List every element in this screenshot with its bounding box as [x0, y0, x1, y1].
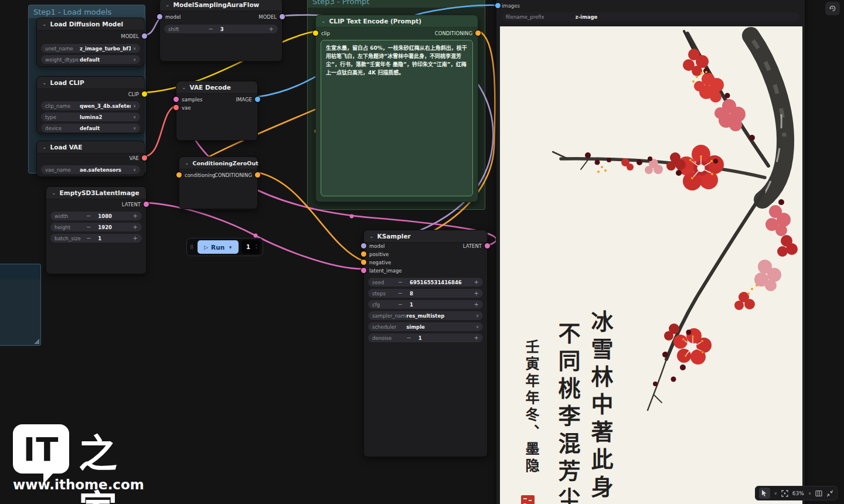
chevron-down-icon[interactable]: ∨ [133, 104, 136, 108]
node-header[interactable]: ⌄ KSampler [364, 230, 487, 243]
increment-icon[interactable]: + [474, 280, 479, 285]
widget-seed[interactable]: seed − 695165531416846 + [368, 278, 483, 287]
node-vae-decode[interactable]: ⌄ VAE Decode samples vae IMAGE [176, 81, 258, 141]
collapse-chevron-icon[interactable]: ⌄ [42, 80, 47, 86]
input-dot-latent-image[interactable] [361, 268, 366, 273]
widget-denoise[interactable]: denoise − 1 + [368, 333, 483, 342]
decrement-icon[interactable]: − [86, 236, 91, 241]
pointer-tool-button[interactable] [759, 488, 770, 499]
spinner-arrows-icon[interactable]: ˄˅ [256, 244, 257, 250]
widget-sampler-name[interactable]: sampler_name res_multistep ∨ [368, 311, 483, 320]
decrement-icon[interactable]: − [398, 280, 403, 285]
widget-batch-size[interactable]: batch_size − 1 + [50, 234, 142, 243]
wire-latent-to-ksampler[interactable] [148, 203, 364, 269]
input-dot-negative[interactable] [361, 260, 366, 265]
group-step1-title[interactable]: Step1 - Load models [29, 5, 145, 18]
widget-scheduler[interactable]: scheduler simple ∨ [368, 322, 483, 331]
canvas-toolbar[interactable]: ∨ 63% ∨ [755, 486, 838, 500]
widget-type[interactable]: type lumina2 ∨ [41, 113, 140, 121]
decrement-icon[interactable]: − [86, 224, 91, 230]
prompt-textarea[interactable]: 生宣水墨，留白占 60%，一枝朱砂红梅从右上角斜出，枝干用枯笔飞白，左下角题诗“… [321, 40, 473, 196]
chevron-down-icon[interactable]: ∨ [133, 46, 136, 51]
increment-icon[interactable]: + [133, 224, 138, 230]
node-model-sampling-auraflow[interactable]: ⌄ ModelSamplingAuraFlow model MODEL shif… [159, 0, 283, 62]
decrement-icon[interactable]: − [86, 213, 91, 219]
node-empty-latent[interactable]: ⌄ EmptySD3LatentImage LATENT width − 108… [46, 186, 147, 274]
input-dot-clip[interactable] [313, 30, 318, 36]
input-dot-positive[interactable] [361, 251, 366, 257]
input-dot-model[interactable] [361, 243, 366, 248]
node-header[interactable]: ⌄ EmptySD3LatentImage [46, 187, 146, 199]
node-load-vae[interactable]: ⌄ Load VAE VAE vae_name ae.safetensors ∨ [36, 141, 145, 177]
increment-icon[interactable]: + [474, 302, 479, 308]
node-header[interactable]: ⌄ Load VAE [37, 141, 144, 154]
decrement-icon[interactable]: − [398, 291, 403, 297]
zoom-level[interactable]: 63% [792, 491, 804, 496]
link-midpoint-dot[interactable] [350, 214, 354, 219]
input-dot-conditioning[interactable] [176, 172, 182, 178]
collapse-chevron-icon[interactable]: ⌄ [42, 145, 47, 150]
output-dot-latent[interactable] [144, 202, 149, 207]
node-save-image[interactable]: images filename_prefix z-image [496, 0, 805, 504]
node-header[interactable]: ⌄ ModelSamplingAuraFlow [160, 0, 282, 11]
decrement-icon[interactable]: − [208, 26, 213, 32]
node-header[interactable]: ⌄ ConditioningZeroOut [179, 157, 257, 169]
widget-filename-prefix[interactable]: filename_prefix z-image [502, 12, 799, 21]
output-dot-latent[interactable] [485, 243, 490, 248]
chevron-down-icon[interactable]: ∨ [133, 126, 136, 131]
drag-handle-icon[interactable]: ⣿ [190, 246, 195, 248]
node-load-clip[interactable]: ⌄ Load CLIP CLIP clip_name qwen_3_4b.saf… [36, 76, 145, 134]
collapse-chevron-icon[interactable]: ⌄ [369, 234, 374, 239]
widget-weight-dtype[interactable]: weight_dtype default ∨ [41, 55, 140, 64]
input-dot-samples[interactable] [173, 97, 179, 102]
widget-height[interactable]: height − 1920 + [50, 223, 142, 231]
widget-width[interactable]: width − 1080 + [50, 212, 142, 220]
widget-clip-name[interactable]: clip_name qwen_3_4b.safetensors ∨ [41, 101, 140, 110]
chevron-down-icon[interactable]: ∨ [476, 325, 479, 329]
output-dot-clip[interactable] [142, 91, 147, 97]
decrement-icon[interactable]: − [406, 335, 411, 341]
input-dot-model[interactable] [157, 14, 162, 19]
minimap-icon[interactable] [815, 490, 822, 497]
increment-icon[interactable]: + [133, 213, 138, 219]
widget-cfg[interactable]: cfg − 1 + [368, 300, 483, 309]
chevron-down-icon[interactable]: ∨ [133, 57, 136, 62]
widget-steps[interactable]: steps − 8 + [368, 289, 483, 298]
run-toolbar[interactable]: ⣿ ▷ Run ∨ 1 ˄˅ [186, 238, 263, 256]
node-header[interactable]: ⌄ CLIP Text Encode (Prompt) [316, 15, 478, 28]
node-header[interactable]: ⌄ Load CLIP [37, 77, 144, 89]
node-header[interactable]: ⌄ Load Diffusion Model [37, 18, 144, 30]
node-graph-canvas[interactable]: Step1 - Load models Step3 - Prompt ⌄ Loa… [0, 0, 844, 504]
chevron-down-icon[interactable]: ∨ [229, 245, 232, 250]
collapse-chevron-icon[interactable]: ⌄ [321, 19, 326, 24]
input-dot-vae[interactable] [173, 105, 179, 110]
collapse-chevron-icon[interactable]: ⌄ [185, 161, 189, 166]
node-conditioning-zero-out[interactable]: ⌄ ConditioningZeroOut conditioning CONDI… [179, 156, 258, 209]
increment-icon[interactable]: + [474, 291, 479, 297]
increment-icon[interactable]: + [474, 335, 479, 341]
collapse-chevron-icon[interactable]: ⌄ [182, 85, 186, 90]
group-partial-left-header[interactable] [0, 264, 40, 280]
increment-icon[interactable]: + [269, 26, 274, 32]
group-partial-left[interactable] [0, 264, 41, 346]
fit-view-icon[interactable] [781, 490, 788, 497]
collapse-chevron-icon[interactable]: ⌄ [165, 2, 170, 8]
output-dot-model[interactable] [142, 33, 147, 39]
collapse-view-icon[interactable] [826, 490, 833, 497]
decrement-icon[interactable]: − [398, 302, 403, 308]
group-resize-handle[interactable] [34, 339, 39, 344]
node-clip-text-encode[interactable]: ⌄ CLIP Text Encode (Prompt) clip CONDITI… [315, 15, 478, 202]
run-button[interactable]: ▷ Run ∨ [198, 240, 239, 254]
history-button[interactable] [825, 2, 840, 15]
chevron-down-icon[interactable]: ∨ [476, 314, 479, 318]
chevron-down-icon[interactable]: ∨ [808, 491, 811, 496]
output-dot-conditioning[interactable] [255, 172, 260, 178]
group-step3-title[interactable]: Step3 - Prompt [308, 0, 485, 8]
widget-device[interactable]: device default ∨ [41, 124, 140, 132]
link-midpoint-dot[interactable] [254, 234, 258, 238]
output-dot-vae[interactable] [142, 155, 147, 161]
node-load-diffusion-model[interactable]: ⌄ Load Diffusion Model MODEL unet_name z… [36, 18, 145, 67]
increment-icon[interactable]: + [133, 236, 138, 241]
collapse-chevron-icon[interactable]: ⌄ [42, 22, 47, 27]
input-dot-images[interactable] [495, 3, 501, 8]
